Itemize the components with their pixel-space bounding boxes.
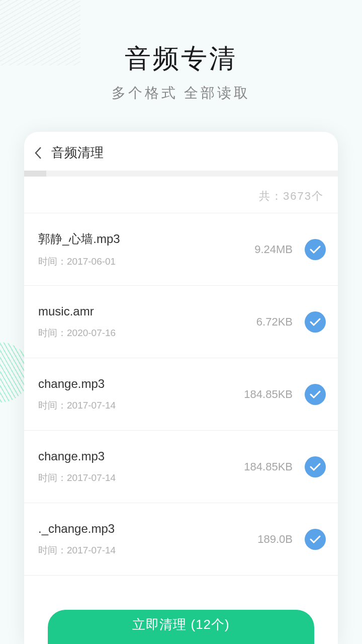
app-header: 音频清理 [24, 132, 338, 171]
item-info: change.mp3时间：2017-07-14 [38, 377, 232, 412]
item-info: 郭静_心墙.mp3时间：2017-06-01 [38, 231, 232, 268]
total-label: 共： [259, 190, 283, 202]
file-date: 时间：2017-07-14 [38, 544, 232, 557]
list-item[interactable]: 郭静_心墙.mp3时间：2017-06-019.24MB [24, 213, 338, 286]
hero-title: 音频专清 [0, 41, 362, 76]
file-size: 9.24MB [232, 243, 293, 256]
total-count: 3673个 [283, 190, 324, 202]
file-date: 时间：2017-07-14 [38, 399, 232, 412]
scan-progress-fill [24, 171, 46, 177]
checkmark-icon [309, 245, 321, 254]
checkbox-checked[interactable] [305, 384, 326, 405]
page-title: 音频清理 [51, 144, 104, 162]
file-date: 时间：2020-07-16 [38, 327, 232, 340]
file-list: 郭静_心墙.mp3时间：2017-06-019.24MBmusic.amr时间：… [24, 213, 338, 576]
checkmark-icon [309, 462, 321, 471]
checkbox-checked[interactable] [305, 529, 326, 550]
list-item[interactable]: change.mp3时间：2017-07-14184.85KB [24, 431, 338, 503]
file-name: ._change.mp3 [38, 522, 232, 536]
hero-section: 音频专清 多个格式 全部读取 [0, 0, 362, 103]
item-info: ._change.mp3时间：2017-07-14 [38, 522, 232, 557]
file-name: change.mp3 [38, 377, 232, 391]
file-name: music.amr [38, 304, 232, 318]
list-item[interactable]: change.mp3时间：2017-07-14184.85KB [24, 358, 338, 431]
file-date: 时间：2017-07-14 [38, 471, 232, 485]
clean-button-label: 立即清理 (12个) [132, 616, 229, 633]
clean-button[interactable]: 立即清理 (12个) [48, 610, 314, 644]
checkbox-checked[interactable] [305, 456, 326, 477]
hero-subtitle: 多个格式 全部读取 [0, 84, 362, 103]
file-size: 189.0B [232, 533, 293, 546]
app-card: 音频清理 共：3673个 郭静_心墙.mp3时间：2017-06-019.24M… [24, 132, 338, 644]
file-date: 时间：2017-06-01 [38, 255, 232, 268]
item-info: change.mp3时间：2017-07-14 [38, 449, 232, 485]
file-name: change.mp3 [38, 449, 232, 463]
file-size: 6.72KB [232, 315, 293, 329]
total-count-row: 共：3673个 [24, 180, 338, 213]
item-info: music.amr时间：2020-07-16 [38, 304, 232, 340]
file-size: 184.85KB [232, 460, 293, 473]
checkmark-icon [309, 317, 321, 327]
file-size: 184.85KB [232, 388, 293, 401]
file-name: 郭静_心墙.mp3 [38, 231, 232, 247]
list-item[interactable]: music.amr时间：2020-07-166.72KB [24, 286, 338, 358]
list-item[interactable]: ._change.mp3时间：2017-07-14189.0B [24, 503, 338, 576]
scan-progress-bar [24, 171, 338, 177]
back-icon[interactable] [34, 146, 42, 159]
checkmark-icon [309, 535, 321, 544]
checkmark-icon [309, 390, 321, 399]
checkbox-checked[interactable] [305, 311, 326, 333]
checkbox-checked[interactable] [305, 239, 326, 260]
